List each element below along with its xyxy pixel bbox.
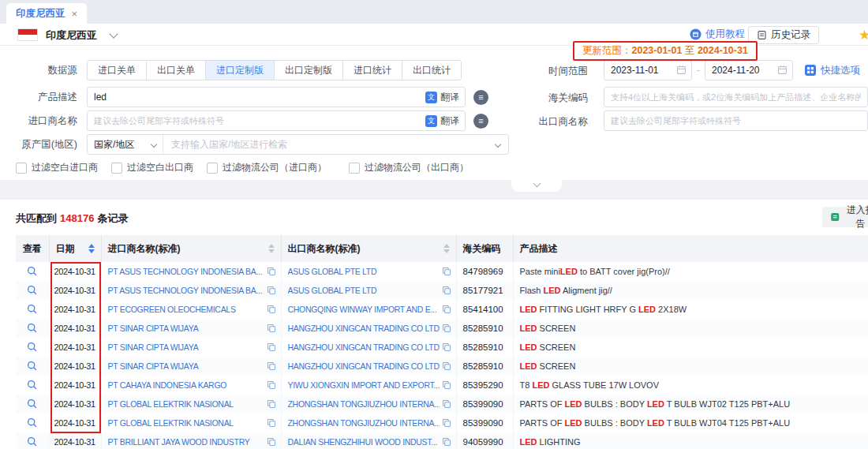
- view-detail-icon[interactable]: [27, 436, 37, 447]
- exporter-link[interactable]: HANGZHOU XINGCAN TRADING CO LTD: [288, 361, 440, 371]
- view-cell: [16, 376, 49, 395]
- importer-link[interactable]: PT BRILLIANT JAYA WOOD INDUSTRY: [108, 437, 264, 447]
- copy-icon[interactable]: [267, 324, 278, 333]
- view-detail-icon[interactable]: [27, 398, 37, 409]
- calendar-icon[interactable]: [777, 65, 788, 77]
- exporter-name-input[interactable]: [604, 110, 868, 131]
- enter-report-button[interactable]: 进入报告: [822, 207, 868, 227]
- col-header-date[interactable]: 日期: [49, 235, 101, 262]
- copy-icon[interactable]: [267, 380, 278, 390]
- exporter-link[interactable]: CHONGQING WINWAY IMPORT AND E...: [288, 305, 440, 314]
- date-cell: 2024-10-31: [49, 395, 101, 413]
- exporter-link[interactable]: DALIAN SHENGZHIHUI WOOD INDUST...: [288, 437, 440, 447]
- copy-icon[interactable]: [267, 361, 278, 371]
- view-detail-icon[interactable]: [27, 342, 37, 352]
- copy-icon[interactable]: [267, 305, 278, 314]
- col-header-exporter[interactable]: 出口商名称(标准): [281, 235, 456, 262]
- tutorial-button[interactable]: 使用教程: [690, 28, 745, 41]
- importer-link[interactable]: PT GLOBAL ELEKTRIK NASIONAL: [108, 418, 264, 428]
- copy-icon[interactable]: [442, 437, 453, 447]
- hs-code-input[interactable]: [604, 87, 868, 107]
- exporter-link[interactable]: HANGZHOU XINGCAN TRADING CO LTD: [288, 342, 440, 352]
- view-detail-icon[interactable]: [27, 285, 37, 295]
- copy-icon[interactable]: [442, 418, 453, 428]
- col-header-hs-code: 海关编码: [456, 235, 513, 262]
- checkbox-filter-blank-importer[interactable]: 过滤空白进口商: [16, 161, 98, 174]
- copy-icon[interactable]: [442, 305, 453, 314]
- copy-icon[interactable]: [267, 286, 278, 295]
- copy-icon[interactable]: [267, 267, 278, 276]
- importer-link[interactable]: PT SINAR CIPTA WIJAYA: [108, 342, 264, 352]
- copy-icon[interactable]: [442, 380, 453, 390]
- copy-icon[interactable]: [442, 324, 453, 333]
- importer-cell: PT CAHAYA INDONESIA KARGO: [101, 376, 281, 395]
- view-cell: [16, 395, 49, 413]
- importer-cell: PT GLOBAL ELEKTRIK NASIONAL: [101, 413, 281, 432]
- exporter-link[interactable]: ASUS GLOBAL PTE LTD: [288, 286, 440, 295]
- importer-link[interactable]: PT SINAR CIPTA WIJAYA: [108, 324, 264, 333]
- copy-icon[interactable]: [267, 342, 278, 352]
- view-detail-icon[interactable]: [27, 323, 37, 333]
- exporter-cell: ASUS GLOBAL PTE LTD: [281, 281, 456, 300]
- exporter-link[interactable]: YIWU XIONGXIN IMPORT AND EXPORT...: [288, 380, 440, 390]
- date-cell: 2024-10-31: [49, 262, 101, 281]
- sort-icon-exporter[interactable]: [443, 244, 450, 253]
- country-selector-label[interactable]: 印度尼西亚: [46, 28, 97, 43]
- importer-link[interactable]: PT SINAR CIPTA WIJAYA: [108, 361, 264, 371]
- tab-close-icon[interactable]: ×: [72, 8, 78, 20]
- tab-indonesia[interactable]: 印度尼西亚 ×: [6, 3, 87, 24]
- exporter-link[interactable]: ZHONGSHAN TONGJIUZHOU INTERNA...: [288, 399, 440, 409]
- table-row: 2024-10-31PT GLOBAL ELEKTRIK NASIONALZHO…: [16, 395, 868, 413]
- copy-icon[interactable]: [442, 267, 453, 276]
- col-header-importer[interactable]: 进口商名称(标准): [101, 235, 281, 262]
- results-table: 查看 日期 进口商名称(标准) 出口商名称(标准) 海关编码 产品描述 2024…: [16, 235, 868, 449]
- sort-icon-date[interactable]: [88, 244, 95, 253]
- view-detail-icon[interactable]: [27, 417, 37, 428]
- copy-icon[interactable]: [267, 437, 278, 447]
- copy-icon[interactable]: [267, 418, 278, 428]
- table-row: 2024-10-31PT ASUS TECHNOLOGY INDONESIA B…: [16, 262, 868, 281]
- tab-title: 印度尼西亚: [16, 7, 65, 21]
- date-cell: 2024-10-31: [49, 338, 101, 357]
- origin-country-select[interactable]: 国家/地区: [88, 135, 163, 154]
- importer-link[interactable]: PT CAHAYA INDONESIA KARGO: [108, 380, 264, 390]
- indonesia-flag-icon: [17, 28, 38, 41]
- sort-icon-importer[interactable]: [268, 244, 275, 253]
- view-detail-icon[interactable]: [27, 361, 37, 371]
- search-form-panel: 数据源 进口关单 出口关单 进口定制版 出口定制版 进口统计 出口统计 时间范围…: [0, 46, 868, 180]
- exporter-link[interactable]: ASUS GLOBAL PTE LTD: [288, 267, 440, 276]
- copy-icon[interactable]: [267, 399, 278, 409]
- checkbox-filter-blank-exporter[interactable]: 过滤空白出口商: [111, 161, 193, 174]
- history-button[interactable]: 历史记录: [748, 26, 819, 44]
- importer-link[interactable]: PT ECOGREEN OLEOCHEMICALS: [108, 305, 264, 314]
- importer-link[interactable]: PT GLOBAL ELEKTRIK NASIONAL: [108, 399, 264, 409]
- exporter-link[interactable]: ZHONGSHAN TONGJIUZHOU INTERNA...: [288, 418, 440, 428]
- hs-code-label: 海关编码: [0, 92, 596, 105]
- importer-link[interactable]: PT ASUS TECHNOLOGY INDONESIA BA...: [108, 267, 264, 276]
- quick-options-button[interactable]: 快捷选项: [804, 64, 860, 77]
- exporter-link[interactable]: HANGZHOU XINGCAN TRADING CO LTD: [288, 324, 440, 333]
- copy-icon[interactable]: [442, 342, 453, 352]
- importer-cell: PT BRILLIANT JAYA WOOD INDUSTRY: [101, 432, 281, 449]
- copy-icon[interactable]: [442, 361, 453, 371]
- view-detail-icon[interactable]: [27, 266, 37, 276]
- collapse-panel-handle[interactable]: [511, 180, 562, 192]
- browser-tab-bar: 印度尼西亚 ×: [0, 0, 868, 24]
- importer-link[interactable]: PT ASUS TECHNOLOGY INDONESIA BA...: [108, 286, 264, 295]
- origin-country-control[interactable]: 国家/地区 支持输入国家/地区进行检索: [87, 134, 509, 155]
- exporter-cell: DALIAN SHENGZHIHUI WOOD INDUST...: [281, 432, 456, 449]
- table-row: 2024-10-31PT GLOBAL ELEKTRIK NASIONALZHO…: [16, 413, 868, 432]
- results-table-body: 2024-10-31PT ASUS TECHNOLOGY INDONESIA B…: [16, 262, 868, 449]
- update-range-to-word: 至: [685, 45, 695, 56]
- copy-icon[interactable]: [442, 286, 453, 295]
- view-detail-icon[interactable]: [27, 380, 37, 390]
- calendar-icon[interactable]: [676, 65, 687, 77]
- favorite-star-icon[interactable]: ★: [859, 27, 868, 43]
- table-row: 2024-10-31PT CAHAYA INDONESIA KARGOYIWU …: [16, 376, 868, 395]
- view-detail-icon[interactable]: [27, 304, 37, 314]
- checkbox-filter-logistics-exporter[interactable]: 过滤物流公司（出口商）: [349, 161, 469, 174]
- product-cell: LED FITTING LIGHT HRFY G LED 2X18W: [513, 300, 868, 319]
- copy-icon[interactable]: [442, 399, 453, 409]
- checkbox-filter-logistics-importer[interactable]: 过滤物流公司（进口商）: [207, 161, 327, 174]
- chevron-down-icon[interactable]: [109, 29, 118, 38]
